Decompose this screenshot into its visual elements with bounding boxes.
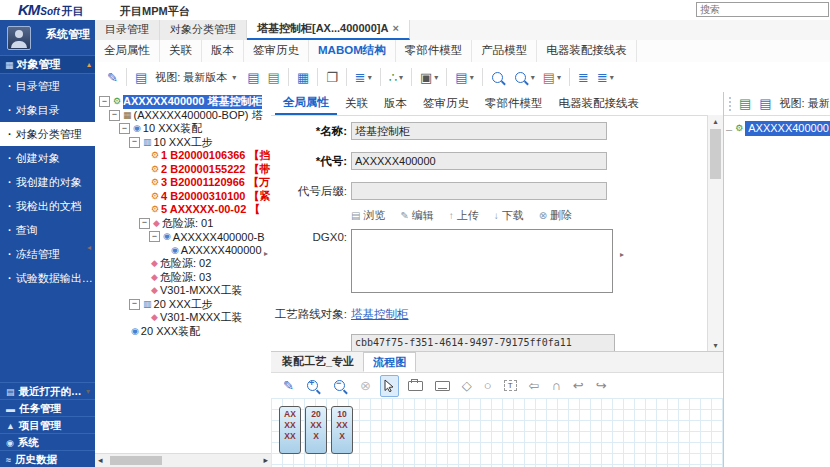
sidebar-bottom-item[interactable]: ≈历史数据 xyxy=(0,450,95,467)
tree-item[interactable]: ⚙1 B20000106366 【挡 xyxy=(95,149,271,163)
sidebar-bottom-item[interactable]: ▲项目管理 xyxy=(0,416,95,433)
tree-item[interactable]: ◉AXXXXX400000 xyxy=(95,244,271,258)
doc-button[interactable]: ▤ xyxy=(132,67,150,87)
drag-handle[interactable] xyxy=(729,97,731,111)
file-button[interactable]: ↓下载 xyxy=(494,209,524,221)
flow-tool-button[interactable]: ◇ xyxy=(459,376,475,396)
flow-tool-button[interactable]: + xyxy=(303,376,324,396)
package-button[interactable]: ▣ xyxy=(417,67,441,87)
properties-tab[interactable]: 电器装配接线表 xyxy=(551,92,648,115)
section-collapse-icon[interactable]: ▴ xyxy=(87,56,91,73)
object-subtab[interactable]: 关联 xyxy=(160,40,202,62)
tree-item[interactable]: ⚙AXXXXX400000 塔基控制柜 xyxy=(95,95,271,109)
table-edit-button[interactable]: ▦ xyxy=(294,67,312,87)
expander-icon[interactable] xyxy=(109,110,120,121)
expander-icon[interactable] xyxy=(119,327,128,336)
windows-button[interactable]: ❐ xyxy=(323,67,341,87)
dgx0-field[interactable] xyxy=(351,229,613,293)
expander-icon[interactable] xyxy=(139,273,148,282)
flow-tool-button[interactable]: ✎ xyxy=(280,376,297,396)
flow-canvas[interactable]: AXXXXX20XXX10XXX xyxy=(271,398,723,467)
center-splitter-icon[interactable] xyxy=(620,250,624,259)
tree-item[interactable]: ▦(AXXXXX400000-BOP) 塔 xyxy=(95,109,271,123)
tree-item[interactable]: ◆危险源: 01 xyxy=(95,217,271,231)
file-button[interactable]: ▤浏览 xyxy=(351,209,385,221)
sidebar-bottom-item[interactable]: ▬任务管理 xyxy=(0,399,95,416)
expander-icon[interactable] xyxy=(139,205,148,214)
database-button[interactable]: ≣ xyxy=(352,67,375,87)
tree-item[interactable]: ⚙3 B20001120966 【万 xyxy=(95,176,271,190)
db-search-button[interactable]: ≣ xyxy=(575,67,592,87)
sidebar-item[interactable]: 目录管理 xyxy=(0,74,95,98)
flow-block[interactable]: AXXXXX xyxy=(279,406,301,454)
expander-icon[interactable] xyxy=(139,259,148,268)
flow-block[interactable]: 20XXX xyxy=(305,406,327,454)
sidebar-bottom-item[interactable]: ◉系统 xyxy=(0,433,95,450)
tree-item[interactable]: ▥20 XXX工步 xyxy=(95,298,271,312)
object-subtab[interactable]: 电器装配接线表 xyxy=(537,40,637,62)
sidebar-section-object-management[interactable]: ▦对象管理 ▴ xyxy=(0,55,95,74)
doc-export-button[interactable]: ▤ xyxy=(244,67,262,87)
search-input[interactable] xyxy=(696,2,829,17)
flow-block[interactable]: 10XXX xyxy=(331,406,353,454)
sidebar-bottom-item[interactable]: ▤最近打开的… xyxy=(0,382,95,399)
tree-item[interactable]: ⚙2 B20000155222 【带 xyxy=(95,163,271,177)
sidebar-collapse-icon[interactable] xyxy=(87,243,91,252)
doc-refresh-button[interactable]: ▤ xyxy=(736,94,754,114)
flow-tool-button[interactable] xyxy=(405,376,426,396)
sidebar-item[interactable]: 我创建的对象 xyxy=(0,170,95,194)
doc-search-button[interactable] xyxy=(488,67,509,87)
expander-icon[interactable] xyxy=(139,165,148,174)
doc-button[interactable]: ▤ xyxy=(756,94,774,114)
flow-tool-button[interactable]: ↩ xyxy=(570,376,587,396)
doc-search2-button[interactable] xyxy=(511,67,538,87)
scroll-up-icon[interactable] xyxy=(708,117,723,126)
expander-icon[interactable] xyxy=(119,123,130,134)
doc-import-button[interactable]: ▤ xyxy=(265,67,283,87)
document-tab[interactable]: 塔基控制柜[AX...400000]A xyxy=(247,20,410,40)
flow-tab[interactable]: 装配工艺_专业 xyxy=(273,352,363,372)
expander-icon[interactable] xyxy=(149,231,160,242)
object-subtab[interactable]: MABOM结构 xyxy=(309,40,396,62)
sidebar-item[interactable]: 对象分类管理 xyxy=(0,122,95,146)
tree-item[interactable]: ◆V301-MXXX工装 xyxy=(95,311,271,325)
avatar[interactable] xyxy=(7,26,31,50)
properties-tab[interactable]: 零部件模型 xyxy=(477,92,551,115)
route-object-link[interactable]: 塔基控制柜 xyxy=(351,307,409,322)
expander-icon[interactable] xyxy=(139,286,148,295)
sidebar-item[interactable]: 对象目录 xyxy=(0,98,95,122)
flow-tool-button[interactable] xyxy=(380,375,399,397)
expander-icon[interactable] xyxy=(139,192,148,201)
flow-tool-button[interactable]: − xyxy=(330,376,351,396)
right-tree-item[interactable]: –⚙AXXXXX400000【塔基控制柜】1 xyxy=(726,121,828,136)
scroll-left-icon[interactable] xyxy=(98,454,103,467)
right-view-selector[interactable]: 视图: 最新版本 xyxy=(780,96,830,111)
doc-flag-button[interactable]: ▤ xyxy=(540,67,564,87)
sidebar-item[interactable]: 冻结管理 xyxy=(0,242,95,266)
expander-icon[interactable] xyxy=(139,151,148,160)
file-button[interactable]: ⊗删除 xyxy=(539,209,572,221)
tree-item[interactable]: ◉10 XXX装配 xyxy=(95,122,271,136)
pencil-button[interactable]: ✎ xyxy=(104,67,121,87)
object-subtab[interactable]: 零部件模型 xyxy=(396,40,473,62)
expander-icon[interactable] xyxy=(139,313,148,322)
object-subtab[interactable]: 全局属性 xyxy=(95,40,160,62)
sidebar-item[interactable]: 查询 xyxy=(0,218,95,242)
scroll-thumb[interactable] xyxy=(110,456,162,465)
tree-item[interactable]: ◉20 XXX装配 xyxy=(95,325,271,339)
expander-icon[interactable] xyxy=(159,246,168,255)
flow-tool-button[interactable]: ⇦ xyxy=(526,376,543,396)
expander-icon[interactable] xyxy=(99,96,110,107)
code-suffix-field[interactable] xyxy=(351,182,607,200)
expander-icon[interactable] xyxy=(129,299,140,310)
sidebar-item[interactable]: 我检出的文档 xyxy=(0,194,95,218)
flow-tool-button[interactable]: T xyxy=(501,376,520,396)
sidebar-item[interactable]: 试验数据输出… xyxy=(0,266,95,290)
tree-item[interactable]: ◉AXXXXX400000-B xyxy=(95,230,271,244)
flow-tool-button[interactable]: ∩ xyxy=(548,376,563,396)
form-vscrollbar[interactable] xyxy=(707,115,723,352)
document-tab[interactable]: 目录管理 xyxy=(95,20,160,40)
tree-item[interactable]: ◆危险源: 02 xyxy=(95,257,271,271)
object-subtab[interactable]: 签审历史 xyxy=(244,40,309,62)
expander-icon[interactable] xyxy=(129,137,140,148)
